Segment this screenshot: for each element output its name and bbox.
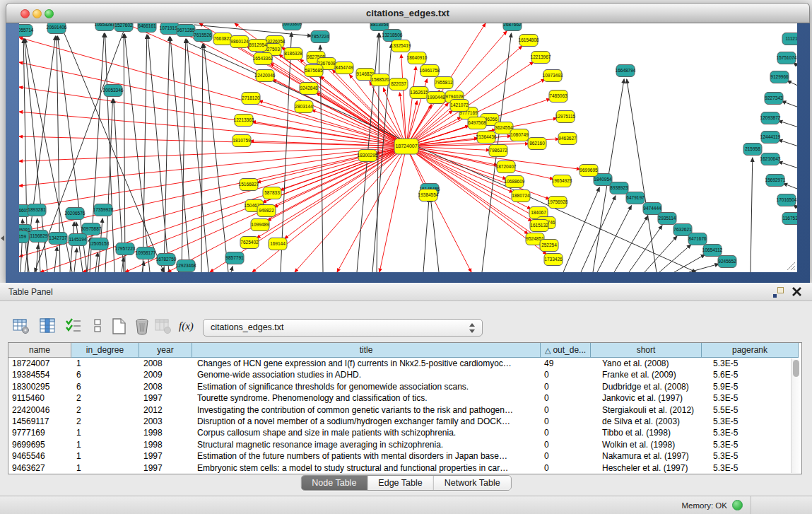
- network-node[interactable]: 12213363: [234, 115, 254, 127]
- network-edge[interactable]: [778, 121, 797, 128]
- network-node[interactable]: 18720407: [496, 161, 517, 173]
- network-edge[interactable]: [54, 247, 57, 272]
- network-node[interactable]: 1527602: [114, 23, 133, 32]
- table-row[interactable]: 969969511998Structural magnetic resonanc…: [8, 439, 801, 450]
- column-header-in-degree[interactable]: in_degree: [71, 343, 139, 358]
- network-node[interactable]: 12975115: [555, 111, 576, 123]
- network-edge[interactable]: [148, 35, 169, 272]
- network-edge[interactable]: [401, 54, 406, 146]
- network-node[interactable]: 2935114: [658, 213, 676, 225]
- network-node[interactable]: 9242848: [300, 83, 318, 95]
- rows-icon[interactable]: [89, 317, 107, 335]
- network-edge[interactable]: [124, 34, 125, 272]
- network-node[interactable]: 15751074: [777, 52, 797, 64]
- network-edge[interactable]: [182, 39, 186, 272]
- network-node[interactable]: 1167533: [782, 213, 797, 225]
- network-node[interactable]: 8938923: [610, 182, 628, 194]
- column-header-out-de-[interactable]: △out_de...: [541, 343, 591, 358]
- vertical-scrollbar[interactable]: [791, 358, 800, 473]
- network-graph[interactable]: 1405571420691406106532871527602646616110…: [19, 23, 797, 272]
- network-node[interactable]: 10653287: [95, 23, 115, 31]
- network-node[interactable]: 18300295: [358, 150, 378, 162]
- table-row[interactable]: 1456911722003Disruption of a novel membe…: [8, 416, 801, 427]
- table-row[interactable]: 1938455462009Genome-wide association stu…: [8, 369, 801, 380]
- network-node[interactable]: 9245652: [718, 256, 736, 268]
- delete-table-icon[interactable]: [155, 317, 172, 335]
- network-edge[interactable]: [581, 196, 616, 272]
- network-node[interactable]: 1588520: [371, 74, 389, 86]
- network-edge[interactable]: [204, 44, 228, 272]
- network-edge[interactable]: [783, 183, 797, 190]
- network-node[interactable]: 862160: [528, 138, 546, 150]
- network-node[interactable]: 8912954: [249, 40, 267, 52]
- network-node[interactable]: 587833: [263, 187, 281, 199]
- network-node[interactable]: 7955812: [435, 77, 453, 89]
- network-node[interactable]: 18640910: [407, 52, 428, 64]
- network-node[interactable]: 7857224: [311, 31, 329, 43]
- network-node[interactable]: 10958177: [136, 247, 156, 259]
- close-panel-icon[interactable]: [792, 286, 802, 297]
- network-node[interactable]: 12444119: [760, 132, 781, 144]
- network-node[interactable]: 16154808: [519, 35, 539, 47]
- network-node[interactable]: 10654112: [702, 245, 723, 257]
- network-node[interactable]: 169144: [269, 238, 287, 250]
- network-node[interactable]: 7986372: [489, 145, 507, 157]
- new-document-icon[interactable]: [110, 317, 128, 335]
- network-node[interactable]: 16961758: [420, 65, 440, 77]
- network-node[interactable]: 16210643: [760, 153, 781, 165]
- network-node[interactable]: 8471676: [688, 233, 707, 245]
- network-node[interactable]: 19756928: [548, 197, 568, 209]
- column-header-pagerank[interactable]: pagerank: [702, 343, 799, 358]
- network-node[interactable]: 9474444: [643, 203, 661, 215]
- network-edge[interactable]: [430, 198, 439, 272]
- network-edge[interactable]: [782, 101, 797, 108]
- row-select-icon[interactable]: [65, 317, 83, 335]
- network-node[interactable]: 1733426: [544, 254, 563, 266]
- network-node[interactable]: 17957223: [115, 243, 136, 255]
- network-node[interactable]: 9699695: [579, 165, 598, 177]
- network-node[interactable]: 2803144: [295, 101, 313, 113]
- network-edge[interactable]: [614, 216, 648, 272]
- network-node[interactable]: 9671355: [177, 25, 195, 37]
- table-row[interactable]: 1830029562008Estimation of significance …: [8, 381, 801, 392]
- network-node[interactable]: 1990448: [427, 92, 445, 104]
- table-settings-icon[interactable]: [13, 317, 30, 335]
- network-node[interactable]: 11121: [782, 33, 797, 45]
- network-node[interactable]: 12505153: [89, 238, 110, 250]
- network-node[interactable]: 2687662: [503, 23, 522, 31]
- network-node[interactable]: 12093872: [760, 112, 781, 124]
- network-node[interactable]: 9857791: [225, 252, 244, 264]
- network-node[interactable]: 22420046: [255, 70, 276, 82]
- network-node[interactable]: 5875685: [305, 65, 323, 77]
- sidebar-collapse-arrow[interactable]: [1, 235, 4, 241]
- network-node[interactable]: 16053809: [282, 23, 302, 30]
- network-node[interactable]: 1342737: [49, 233, 67, 245]
- network-window-titlebar[interactable]: citations_edges.txt: [6, 3, 810, 23]
- network-canvas[interactable]: 1405571420691406106532871527602646616110…: [19, 23, 797, 272]
- network-node[interactable]: 7485063: [549, 90, 567, 103]
- network-node[interactable]: 16648794: [616, 65, 636, 77]
- network-node[interactable]: 6466161: [138, 23, 156, 33]
- network-node[interactable]: 12213967: [531, 52, 551, 64]
- network-node[interactable]: 1421072: [450, 100, 469, 112]
- table-row[interactable]: 977716911998Corpus callosum shape and si…: [8, 427, 801, 438]
- network-node[interactable]: 18724007: [394, 139, 418, 154]
- network-node[interactable]: 1615132: [530, 220, 548, 232]
- network-edge[interactable]: [406, 66, 416, 146]
- column-header-year[interactable]: year: [139, 343, 192, 358]
- network-edge[interactable]: [95, 252, 98, 272]
- table-row[interactable]: 911546021997Tourette syndrome. Phenomeno…: [8, 392, 801, 404]
- network-node[interactable]: 19654923: [552, 175, 572, 187]
- tab-node-table[interactable]: Node Table: [301, 476, 367, 490]
- network-node[interactable]: 949822: [257, 205, 276, 217]
- network-node[interactable]: 1880724: [512, 190, 530, 202]
- float-panel-icon[interactable]: [773, 287, 784, 298]
- network-node[interactable]: 8186328: [284, 48, 302, 60]
- network-node[interactable]: 9463627: [558, 133, 577, 145]
- network-node[interactable]: 9860124: [230, 36, 249, 48]
- network-node[interactable]: 39159: [19, 231, 29, 243]
- network-node[interactable]: 13218506: [382, 30, 403, 42]
- network-node[interactable]: 12923468: [176, 260, 196, 272]
- network-edge[interactable]: [406, 146, 471, 272]
- trash-icon[interactable]: [134, 317, 151, 335]
